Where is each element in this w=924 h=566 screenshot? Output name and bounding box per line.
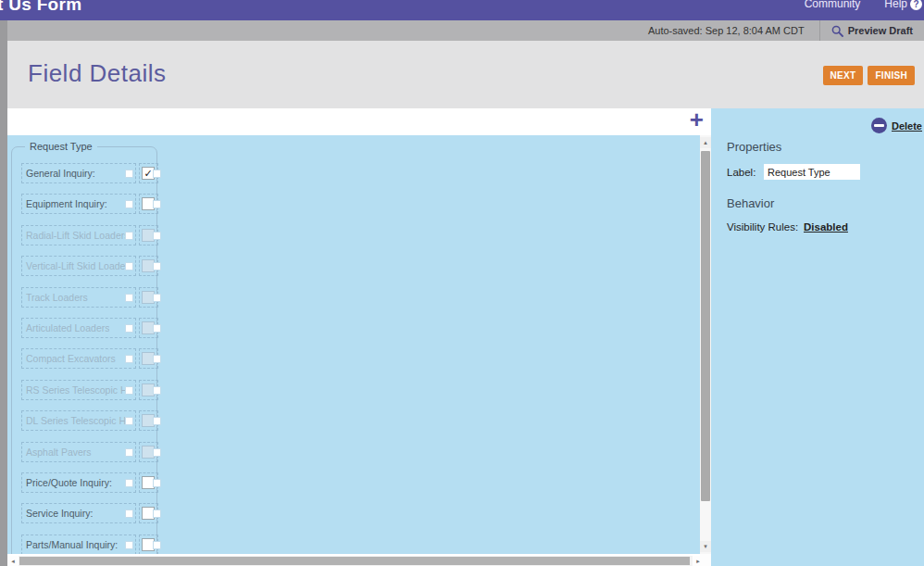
choice-checkbox-box[interactable] (139, 194, 158, 214)
resize-handle[interactable] (125, 386, 133, 395)
choice-label-box[interactable]: Radial-Lift Skid Loaders (21, 225, 136, 245)
choice-checkbox-box[interactable] (139, 503, 158, 523)
resize-handle[interactable] (125, 479, 133, 487)
resize-handle[interactable] (153, 324, 161, 333)
choice-checkbox-box[interactable] (139, 472, 158, 493)
resize-handle[interactable] (153, 200, 161, 208)
scroll-down-icon[interactable]: ▾ (700, 541, 711, 552)
resize-handle[interactable] (153, 232, 161, 240)
add-field-button[interactable]: + (690, 106, 704, 133)
choice-label-box[interactable]: Equipment Inquiry: (21, 194, 136, 214)
page-header: Field Details NEXT FINISH (7, 41, 924, 108)
resize-handle[interactable] (125, 170, 133, 178)
choice-label-box[interactable]: Service Inquiry: (21, 503, 136, 523)
choice-checkbox-box[interactable] (139, 348, 158, 369)
fieldset-legend: Request Type (25, 141, 97, 152)
nav-help-label: Help (884, 0, 907, 10)
choice-label-box[interactable]: RS Series Telescopic Handlers (21, 380, 136, 400)
resize-handle[interactable] (125, 355, 133, 363)
delete-label: Delete (892, 120, 922, 132)
choice-row[interactable]: Parts/Manual Inquiry: (12, 535, 156, 553)
choice-label: Parts/Manual Inquiry: (22, 539, 118, 550)
choice-row[interactable]: Articulated Loaders (12, 318, 156, 336)
choice-label: Radial-Lift Skid Loaders (22, 230, 128, 241)
resize-handle[interactable] (125, 417, 133, 425)
resize-handle[interactable] (125, 200, 133, 208)
resize-handle[interactable] (153, 509, 161, 518)
request-type-fieldset[interactable]: Request Type General Inquiry:✓Equipment … (11, 146, 157, 554)
choice-row[interactable]: Track Loaders (12, 287, 156, 306)
topbar-nav: Community Help ? (805, 0, 922, 10)
choice-row[interactable]: General Inquiry:✓ (12, 163, 156, 182)
magnifier-icon (831, 25, 843, 37)
horizontal-scroll-thumb[interactable] (19, 557, 690, 565)
choice-label: Asphalt Pavers (22, 447, 92, 458)
resize-handle[interactable] (153, 355, 161, 363)
choice-checkbox-box[interactable] (139, 380, 158, 400)
choice-checkbox-box[interactable] (139, 535, 158, 554)
form-canvas[interactable]: Request Type General Inquiry:✓Equipment … (7, 135, 700, 554)
choice-row[interactable]: Asphalt Pavers (12, 442, 156, 460)
resize-handle[interactable] (153, 541, 161, 549)
choice-checkbox-box[interactable] (139, 287, 158, 308)
visibility-rules-link[interactable]: Disabled (804, 221, 848, 233)
choice-checkbox-box[interactable] (139, 256, 158, 276)
choice-label-box[interactable]: Price/Quote Inquiry: (21, 472, 136, 493)
choice-row[interactable]: Compact Excavators (12, 348, 156, 367)
canvas-toolbar: + (7, 108, 711, 135)
choice-checkbox-box[interactable] (139, 225, 158, 245)
scroll-up-icon[interactable]: ▴ (700, 137, 711, 148)
choice-label-box[interactable]: Compact Excavators (21, 348, 136, 369)
resize-handle[interactable] (125, 262, 133, 270)
choice-row[interactable]: Price/Quote Inquiry: (12, 472, 156, 491)
choice-label-box[interactable]: General Inquiry: (21, 163, 136, 183)
preview-draft-button[interactable]: Preview Draft (831, 25, 913, 37)
choice-row[interactable]: Vertical-Lift Skid Loaders (12, 256, 156, 274)
choice-checkbox-box[interactable] (139, 410, 158, 431)
choice-row[interactable]: Service Inquiry: (12, 503, 156, 522)
resize-handle[interactable] (125, 294, 133, 302)
help-icon[interactable]: ? (910, 0, 922, 10)
choice-row[interactable]: RS Series Telescopic Handlers (12, 380, 156, 398)
vertical-scroll-thumb[interactable] (701, 151, 710, 501)
resize-handle[interactable] (153, 448, 161, 457)
resize-handle[interactable] (125, 448, 133, 457)
choice-label-box[interactable]: Parts/Manual Inquiry: (21, 535, 136, 554)
resize-handle[interactable] (153, 294, 161, 302)
choice-row[interactable]: DL Series Telescopic Handlers (12, 410, 156, 429)
choice-label-box[interactable]: Asphalt Pavers (21, 442, 136, 462)
choice-label-box[interactable]: DL Series Telescopic Handlers (21, 410, 136, 431)
choice-label-box[interactable]: Track Loaders (21, 287, 136, 308)
choice-checkbox-box[interactable] (139, 442, 158, 462)
delete-field-button[interactable]: Delete (871, 118, 922, 133)
resize-handle[interactable] (153, 417, 161, 425)
resize-handle[interactable] (153, 479, 161, 487)
choice-label: Vertical-Lift Skid Loaders (22, 260, 128, 271)
resize-handle[interactable] (125, 232, 133, 240)
resize-handle[interactable] (153, 386, 161, 395)
resize-handle[interactable] (153, 262, 161, 270)
scroll-left-icon[interactable]: ◂ (7, 556, 19, 566)
finish-button[interactable]: FINISH (868, 66, 915, 85)
choice-row[interactable]: Radial-Lift Skid Loaders (12, 225, 156, 244)
nav-help[interactable]: Help ? (884, 0, 922, 10)
resize-handle[interactable] (125, 509, 133, 518)
nav-community[interactable]: Community (805, 0, 861, 10)
choice-label-box[interactable]: Articulated Loaders (21, 318, 136, 338)
resize-handle[interactable] (125, 541, 133, 549)
choice-checkbox-box[interactable]: ✓ (139, 163, 158, 183)
choice-row[interactable]: Equipment Inquiry: (12, 194, 156, 212)
choice-label-box[interactable]: Vertical-Lift Skid Loaders (21, 256, 136, 276)
app-header-bar: t Us Form Community Help ? (0, 0, 924, 20)
choice-label: Equipment Inquiry: (22, 198, 107, 209)
choice-checkbox-box[interactable] (139, 318, 158, 338)
resize-handle[interactable] (153, 170, 161, 178)
page-title: Field Details (28, 59, 167, 88)
horizontal-scrollbar[interactable]: ◂ ▸ (7, 556, 711, 566)
choice-label: Articulated Loaders (22, 322, 109, 333)
resize-handle[interactable] (125, 324, 133, 333)
next-button[interactable]: NEXT (823, 66, 864, 85)
label-input[interactable] (764, 164, 860, 180)
vertical-scrollbar[interactable]: ▴ ▾ (700, 135, 711, 554)
scrollbar-corner (700, 554, 711, 566)
